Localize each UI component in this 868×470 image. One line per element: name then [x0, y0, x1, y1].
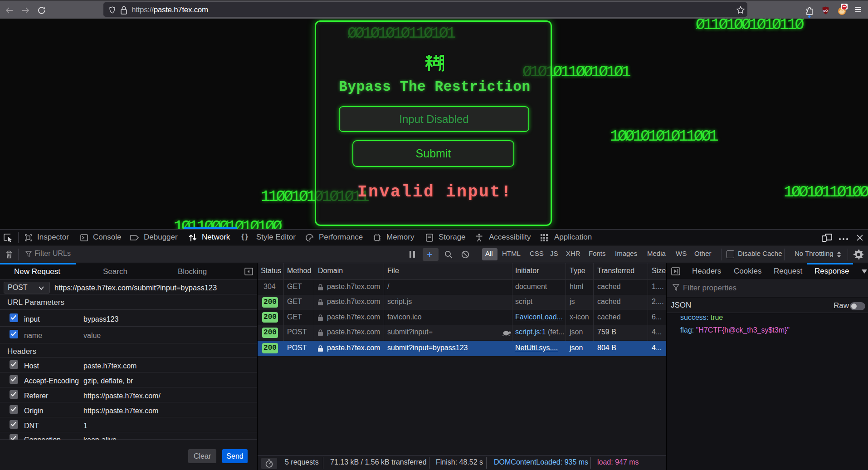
svg-text:uO: uO [823, 9, 828, 13]
